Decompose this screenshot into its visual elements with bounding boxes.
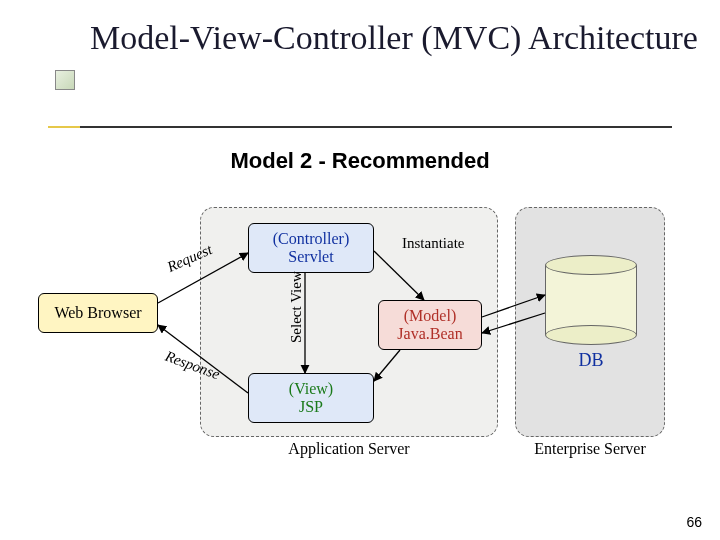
model-node: (Model) Java.Bean [378, 300, 482, 350]
model-label-line2: Java.Bean [397, 325, 462, 343]
controller-label-line2: Servlet [288, 248, 333, 266]
web-browser-node: Web Browser [38, 293, 158, 333]
instantiate-edge-label: Instantiate [402, 235, 464, 252]
subtitle: Model 2 - Recommended [0, 148, 720, 174]
application-server-label: Application Server [201, 440, 497, 458]
database-label: DB [545, 350, 637, 371]
slide-title: Model-View-Controller (MVC) Architecture [90, 18, 698, 57]
web-browser-label: Web Browser [54, 304, 141, 322]
view-label-line1: (View) [289, 380, 333, 398]
database-icon [545, 255, 637, 345]
mvc-diagram: Application Server Enterprise Server Web… [30, 195, 690, 485]
title-rule [48, 126, 672, 128]
model-label-line1: (Model) [404, 307, 456, 325]
view-node: (View) JSP [248, 373, 374, 423]
select-view-edge-label: Select View [288, 271, 305, 343]
title-bullet-icon [55, 70, 75, 90]
controller-label-line1: (Controller) [273, 230, 349, 248]
view-label-line2: JSP [299, 398, 323, 416]
enterprise-server-label: Enterprise Server [516, 440, 664, 458]
page-number: 66 [686, 514, 702, 530]
controller-node: (Controller) Servlet [248, 223, 374, 273]
